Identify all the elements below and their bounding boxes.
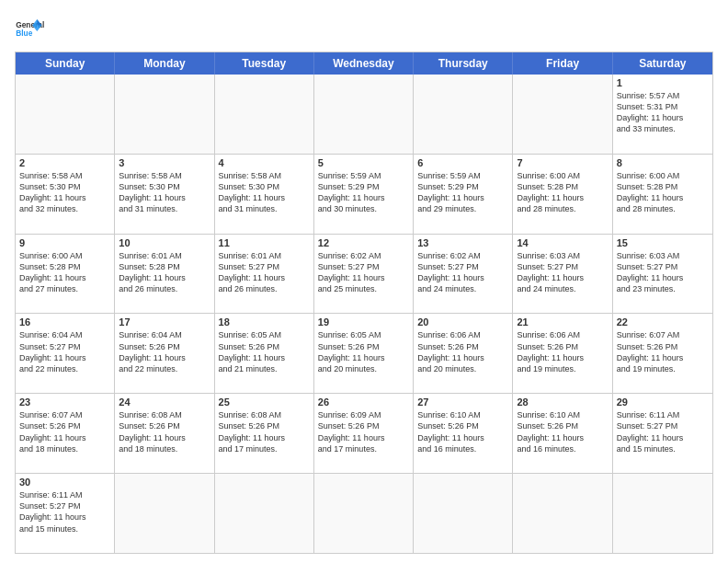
day-sun-info: Sunrise: 6:05 AM Sunset: 5:26 PM Dayligh… <box>318 329 409 374</box>
calendar-day-9: 9Sunrise: 6:00 AM Sunset: 5:28 PM Daylig… <box>16 235 115 314</box>
calendar-empty-cell <box>414 75 513 154</box>
calendar-empty-cell <box>613 474 712 553</box>
day-number: 29 <box>617 396 709 408</box>
day-sun-info: Sunrise: 6:02 AM Sunset: 5:27 PM Dayligh… <box>318 250 409 295</box>
general-blue-logo-icon: General Blue <box>15 15 44 44</box>
calendar-row-5: 23Sunrise: 6:07 AM Sunset: 5:26 PM Dayli… <box>16 394 712 474</box>
calendar-row-6: 30Sunrise: 6:11 AM Sunset: 5:27 PM Dayli… <box>16 474 712 553</box>
day-number: 24 <box>119 396 210 408</box>
calendar-empty-cell <box>314 75 414 154</box>
page: General Blue SundayMondayTuesdayWednesda… <box>0 0 728 563</box>
calendar-day-26: 26Sunrise: 6:09 AM Sunset: 5:26 PM Dayli… <box>314 394 414 473</box>
day-number: 16 <box>19 316 110 327</box>
calendar-day-19: 19Sunrise: 6:05 AM Sunset: 5:26 PM Dayli… <box>314 314 414 393</box>
calendar-day-8: 8Sunrise: 6:00 AM Sunset: 5:28 PM Daylig… <box>613 155 712 234</box>
day-number: 9 <box>19 237 110 248</box>
day-number: 11 <box>219 237 310 248</box>
day-number: 27 <box>417 396 508 408</box>
day-sun-info: Sunrise: 6:03 AM Sunset: 5:27 PM Dayligh… <box>617 250 709 295</box>
day-sun-info: Sunrise: 6:09 AM Sunset: 5:26 PM Dayligh… <box>318 409 409 454</box>
day-sun-info: Sunrise: 6:10 AM Sunset: 5:26 PM Dayligh… <box>517 409 608 454</box>
calendar-row-1: 1Sunrise: 5:57 AM Sunset: 5:31 PM Daylig… <box>16 75 712 155</box>
calendar-day-15: 15Sunrise: 6:03 AM Sunset: 5:27 PM Dayli… <box>613 235 712 314</box>
day-sun-info: Sunrise: 5:58 AM Sunset: 5:30 PM Dayligh… <box>119 170 210 215</box>
calendar-row-2: 2Sunrise: 5:58 AM Sunset: 5:30 PM Daylig… <box>16 155 712 235</box>
day-sun-info: Sunrise: 6:04 AM Sunset: 5:27 PM Dayligh… <box>19 329 110 374</box>
day-number: 28 <box>517 396 608 408</box>
day-sun-info: Sunrise: 5:59 AM Sunset: 5:29 PM Dayligh… <box>318 170 409 215</box>
calendar-day-11: 11Sunrise: 6:01 AM Sunset: 5:27 PM Dayli… <box>215 235 314 314</box>
calendar-day-18: 18Sunrise: 6:05 AM Sunset: 5:26 PM Dayli… <box>215 314 314 393</box>
day-sun-info: Sunrise: 6:11 AM Sunset: 5:27 PM Dayligh… <box>617 409 709 454</box>
calendar-day-27: 27Sunrise: 6:10 AM Sunset: 5:26 PM Dayli… <box>414 394 513 473</box>
day-number: 1 <box>617 77 709 88</box>
calendar-empty-cell <box>115 474 214 553</box>
day-number: 4 <box>219 157 310 168</box>
day-header-tuesday: Tuesday <box>215 52 314 75</box>
day-sun-info: Sunrise: 6:04 AM Sunset: 5:26 PM Dayligh… <box>119 329 210 374</box>
day-sun-info: Sunrise: 6:06 AM Sunset: 5:26 PM Dayligh… <box>417 329 508 374</box>
day-sun-info: Sunrise: 5:58 AM Sunset: 5:30 PM Dayligh… <box>19 170 110 215</box>
day-number: 14 <box>517 237 608 248</box>
calendar-day-22: 22Sunrise: 6:07 AM Sunset: 5:26 PM Dayli… <box>613 314 712 393</box>
day-sun-info: Sunrise: 6:01 AM Sunset: 5:28 PM Dayligh… <box>119 250 210 295</box>
day-sun-info: Sunrise: 6:08 AM Sunset: 5:26 PM Dayligh… <box>119 409 210 454</box>
day-sun-info: Sunrise: 6:03 AM Sunset: 5:27 PM Dayligh… <box>517 250 608 295</box>
calendar-empty-cell <box>414 474 513 553</box>
calendar: SundayMondayTuesdayWednesdayThursdayFrid… <box>15 52 713 554</box>
day-sun-info: Sunrise: 5:59 AM Sunset: 5:29 PM Dayligh… <box>417 170 508 215</box>
logo: General Blue <box>15 15 44 44</box>
day-sun-info: Sunrise: 5:57 AM Sunset: 5:31 PM Dayligh… <box>617 90 709 135</box>
day-number: 5 <box>318 157 409 168</box>
day-header-wednesday: Wednesday <box>314 52 414 75</box>
day-sun-info: Sunrise: 6:06 AM Sunset: 5:26 PM Dayligh… <box>517 329 608 374</box>
calendar-day-14: 14Sunrise: 6:03 AM Sunset: 5:27 PM Dayli… <box>513 235 612 314</box>
day-header-friday: Friday <box>513 52 612 75</box>
day-header-saturday: Saturday <box>613 52 712 75</box>
day-sun-info: Sunrise: 6:07 AM Sunset: 5:26 PM Dayligh… <box>19 409 110 454</box>
calendar-day-4: 4Sunrise: 5:58 AM Sunset: 5:30 PM Daylig… <box>215 155 314 234</box>
calendar-day-2: 2Sunrise: 5:58 AM Sunset: 5:30 PM Daylig… <box>16 155 115 234</box>
day-number: 22 <box>617 316 709 327</box>
day-sun-info: Sunrise: 6:00 AM Sunset: 5:28 PM Dayligh… <box>517 170 608 215</box>
day-number: 10 <box>119 237 210 248</box>
day-sun-info: Sunrise: 6:02 AM Sunset: 5:27 PM Dayligh… <box>417 250 508 295</box>
day-number: 30 <box>19 477 110 488</box>
calendar-day-6: 6Sunrise: 5:59 AM Sunset: 5:29 PM Daylig… <box>414 155 513 234</box>
day-header-monday: Monday <box>115 52 214 75</box>
calendar-row-3: 9Sunrise: 6:00 AM Sunset: 5:28 PM Daylig… <box>16 235 712 315</box>
day-number: 23 <box>19 396 110 408</box>
calendar-day-20: 20Sunrise: 6:06 AM Sunset: 5:26 PM Dayli… <box>414 314 513 393</box>
calendar-day-28: 28Sunrise: 6:10 AM Sunset: 5:26 PM Dayli… <box>513 394 612 473</box>
calendar-day-1: 1Sunrise: 5:57 AM Sunset: 5:31 PM Daylig… <box>613 75 712 154</box>
day-number: 8 <box>617 157 709 168</box>
day-number: 26 <box>318 396 409 408</box>
day-sun-info: Sunrise: 6:00 AM Sunset: 5:28 PM Dayligh… <box>19 250 110 295</box>
calendar-day-23: 23Sunrise: 6:07 AM Sunset: 5:26 PM Dayli… <box>16 394 115 473</box>
calendar-empty-cell <box>115 75 214 154</box>
day-number: 17 <box>119 316 210 327</box>
calendar-day-12: 12Sunrise: 6:02 AM Sunset: 5:27 PM Dayli… <box>314 235 414 314</box>
day-number: 12 <box>318 237 409 248</box>
calendar-day-10: 10Sunrise: 6:01 AM Sunset: 5:28 PM Dayli… <box>115 235 214 314</box>
calendar-empty-cell <box>513 474 612 553</box>
day-sun-info: Sunrise: 5:58 AM Sunset: 5:30 PM Dayligh… <box>219 170 310 215</box>
day-number: 7 <box>517 157 608 168</box>
calendar-day-25: 25Sunrise: 6:08 AM Sunset: 5:26 PM Dayli… <box>215 394 314 473</box>
day-number: 19 <box>318 316 409 327</box>
day-number: 13 <box>417 237 508 248</box>
calendar-empty-cell <box>16 75 115 154</box>
calendar-header: SundayMondayTuesdayWednesdayThursdayFrid… <box>16 52 712 75</box>
svg-text:Blue: Blue <box>16 29 32 38</box>
day-number: 2 <box>19 157 110 168</box>
calendar-day-7: 7Sunrise: 6:00 AM Sunset: 5:28 PM Daylig… <box>513 155 612 234</box>
calendar-day-3: 3Sunrise: 5:58 AM Sunset: 5:30 PM Daylig… <box>115 155 214 234</box>
day-sun-info: Sunrise: 6:01 AM Sunset: 5:27 PM Dayligh… <box>219 250 310 295</box>
calendar-empty-cell <box>215 75 314 154</box>
calendar-empty-cell <box>314 474 414 553</box>
day-number: 3 <box>119 157 210 168</box>
calendar-row-4: 16Sunrise: 6:04 AM Sunset: 5:27 PM Dayli… <box>16 314 712 394</box>
day-number: 20 <box>417 316 508 327</box>
calendar-day-13: 13Sunrise: 6:02 AM Sunset: 5:27 PM Dayli… <box>414 235 513 314</box>
day-sun-info: Sunrise: 6:10 AM Sunset: 5:26 PM Dayligh… <box>417 409 508 454</box>
